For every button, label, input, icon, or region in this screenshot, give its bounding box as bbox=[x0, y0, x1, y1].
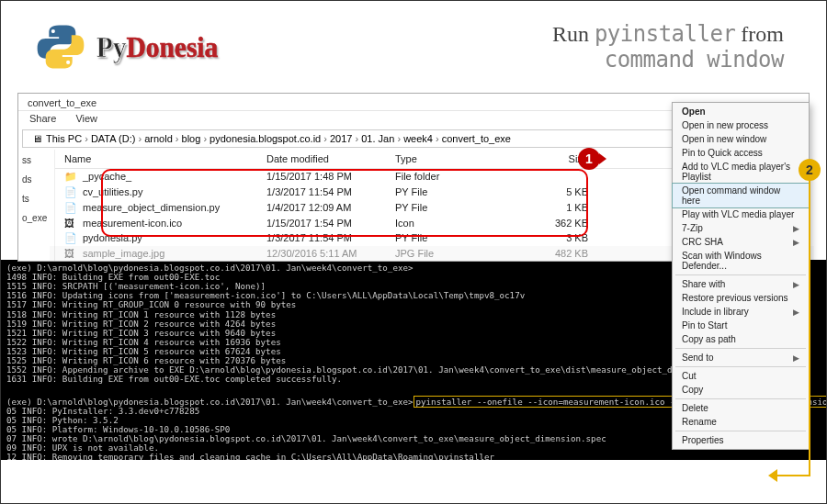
breadcrumb-segment[interactable]: 2017 bbox=[330, 133, 361, 144]
breadcrumb-segment[interactable]: arnold bbox=[144, 133, 181, 144]
context-menu-item[interactable]: Pin to Quick access bbox=[673, 146, 809, 160]
context-menu-item[interactable]: Properties bbox=[673, 433, 809, 447]
context-menu-item[interactable]: Pin to Start bbox=[673, 319, 809, 332]
file-icon: 📄 bbox=[64, 202, 79, 214]
file-icon: 🖼 bbox=[64, 218, 79, 229]
callout-2-label: 2 bbox=[806, 162, 813, 177]
context-menu-item[interactable]: Play with VLC media player bbox=[673, 207, 809, 221]
breadcrumb-segment[interactable]: DATA (D:) bbox=[91, 133, 144, 144]
context-menu-item[interactable]: Send to▶ bbox=[673, 351, 809, 364]
col-type[interactable]: Type bbox=[395, 153, 496, 164]
logo-text-py: Py bbox=[96, 30, 127, 63]
context-menu-item[interactable]: Delete bbox=[673, 401, 809, 415]
logo-text: PyDonesia bbox=[96, 30, 218, 64]
sidebar-item[interactable]: ds bbox=[22, 174, 51, 185]
title-prefix: Run bbox=[552, 22, 595, 46]
context-menu-item[interactable]: Open command window here bbox=[673, 184, 809, 207]
window-title: convert_to_exe bbox=[28, 97, 96, 108]
callout-2: 2 bbox=[799, 159, 821, 181]
context-menu: OpenOpen in new processOpen in new windo… bbox=[672, 102, 810, 450]
menu-separator bbox=[675, 348, 806, 349]
python-logo-icon bbox=[34, 20, 87, 73]
menu-view[interactable]: View bbox=[75, 113, 97, 124]
menu-separator bbox=[675, 398, 806, 399]
context-menu-item[interactable]: Restore previous versions bbox=[673, 291, 809, 305]
logo: PyDonesia bbox=[34, 20, 223, 73]
context-menu-item[interactable]: 7-Zip▶ bbox=[673, 221, 809, 235]
context-menu-item[interactable]: Share with▶ bbox=[673, 277, 809, 291]
chevron-right-icon: ▶ bbox=[793, 224, 799, 233]
context-menu-item[interactable]: Open bbox=[673, 105, 809, 118]
callout-1: 1 bbox=[578, 148, 600, 170]
breadcrumb-icon: 🖥 bbox=[32, 133, 42, 144]
context-menu-item[interactable]: Open in new process bbox=[673, 118, 809, 132]
menu-separator bbox=[675, 274, 806, 275]
context-menu-item[interactable]: Copy as path bbox=[673, 332, 809, 346]
chevron-right-icon: ▶ bbox=[793, 280, 799, 289]
context-menu-item[interactable]: Open in new window bbox=[673, 132, 809, 146]
chevron-right-icon: ▶ bbox=[793, 353, 799, 363]
title-mid: from bbox=[735, 22, 784, 46]
chevron-right-icon: ▶ bbox=[793, 308, 799, 317]
col-name[interactable]: Name bbox=[64, 153, 266, 164]
callout-connector-h bbox=[774, 475, 810, 476]
sidebar-item[interactable]: ts bbox=[22, 194, 51, 204]
breadcrumb-segment[interactable]: 01. Jan bbox=[361, 133, 403, 144]
sidebar-item[interactable]: ss bbox=[22, 155, 51, 165]
breadcrumb-segment[interactable]: week4 bbox=[403, 133, 442, 144]
slide-title: Run pyinstaller from command window bbox=[552, 21, 793, 73]
context-menu-item[interactable]: CRC SHA▶ bbox=[673, 235, 809, 249]
context-menu-item[interactable]: Include in library▶ bbox=[673, 305, 809, 319]
context-menu-item[interactable]: Cut bbox=[673, 369, 809, 383]
logo-text-donesia: Donesia bbox=[126, 30, 218, 63]
context-menu-item[interactable]: Rename bbox=[673, 415, 809, 429]
breadcrumb-segment[interactable]: blog bbox=[182, 133, 210, 144]
menu-separator bbox=[675, 366, 806, 367]
menu-share[interactable]: Share bbox=[29, 113, 56, 124]
col-size[interactable]: Size bbox=[496, 153, 588, 164]
menu-separator bbox=[675, 431, 806, 431]
breadcrumb-path[interactable]: This PCDATA (D:)arnoldblogpydonesia.blog… bbox=[46, 133, 511, 144]
breadcrumb-segment[interactable]: pydonesia.blogspot.co.id bbox=[210, 133, 330, 144]
col-date[interactable]: Date modified bbox=[266, 153, 395, 164]
sidebar-item[interactable]: o_exe bbox=[22, 213, 51, 223]
chevron-right-icon: ▶ bbox=[793, 238, 799, 247]
title-mono2: command window bbox=[552, 47, 784, 73]
file-icon: 📄 bbox=[64, 186, 79, 198]
file-icon: 🖼 bbox=[64, 248, 79, 259]
explorer-sidebar[interactable]: ssdstso_exe bbox=[18, 150, 55, 261]
context-menu-item[interactable]: Add to VLC media player's Playlist bbox=[673, 160, 809, 184]
slide-header: PyDonesia Run pyinstaller from command w… bbox=[1, 1, 826, 93]
file-icon: 📄 bbox=[64, 232, 79, 244]
callout-1-label: 1 bbox=[585, 151, 593, 166]
context-menu-item[interactable]: Scan with Windows Defender... bbox=[673, 249, 809, 273]
context-menu-item[interactable]: Copy bbox=[673, 383, 809, 397]
file-icon: 📁 bbox=[64, 171, 79, 183]
callout-arrowhead-icon bbox=[768, 469, 777, 482]
title-mono1: pyinstaller bbox=[595, 21, 735, 47]
callout-connector-v bbox=[809, 181, 810, 475]
breadcrumb-segment[interactable]: This PC bbox=[46, 133, 91, 144]
breadcrumb-segment[interactable]: convert_to_exe bbox=[442, 133, 511, 144]
